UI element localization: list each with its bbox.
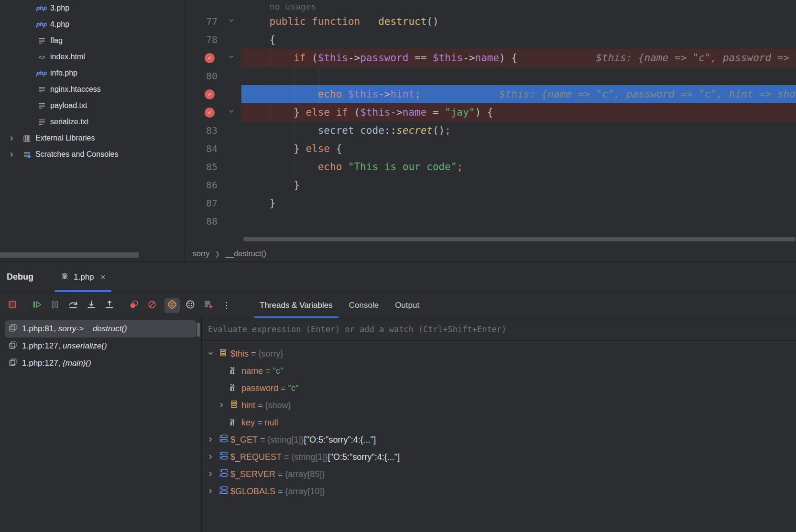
tree-item-serialize-txt[interactable]: serialize.txt (0, 114, 185, 130)
frames-scrollbar[interactable] (197, 323, 200, 337)
breakpoint-icon[interactable]: ✓ (205, 53, 215, 63)
breadcrumb-item-destruct[interactable]: __destruct() (225, 250, 266, 258)
editor-horizontal-scrollbar[interactable] (243, 237, 796, 241)
variable-get[interactable]: 12$_GET = {string[1]} ["O:5:"sorry":4:{.… (202, 431, 796, 448)
code-line[interactable]: ✓ if ($this->password == $this->name) { … (185, 49, 796, 67)
tree-item-external-libraries[interactable]: External Libraries (0, 130, 185, 146)
tree-item-index-html[interactable]: <>index.html (0, 49, 185, 65)
debug-content: 1.php:81, sorry->__destruct()1.php:127, … (0, 318, 796, 532)
chevron-right-icon[interactable] (207, 452, 214, 462)
breakpoint-icon[interactable]: ✓ (205, 108, 215, 118)
stack-frame-sorry-destruct[interactable]: 1.php:81, sorry->__destruct() (5, 320, 196, 337)
stop-icon (7, 299, 18, 312)
variable-globals[interactable]: 12$GLOBALS = {array[10]} (202, 483, 796, 500)
variable-request[interactable]: 12$_REQUEST = {string[1]} ["O:5:"sorry":… (202, 448, 796, 466)
stack-frame-unserialize[interactable]: 1.php:127, unserialize() (5, 337, 196, 355)
tree-item-payload-txt[interactable]: payload.txt (0, 98, 185, 114)
chevron-right-icon[interactable] (207, 469, 214, 479)
variable-name: $GLOBALS (230, 487, 275, 497)
line-number[interactable]: 77 (206, 16, 218, 27)
tree-item-4-php[interactable]: php4.php (0, 16, 185, 33)
more-kebab-icon[interactable]: ⋮ (221, 300, 232, 311)
bug-icon (60, 271, 69, 283)
breakpoint-icon[interactable]: ✓ (205, 89, 215, 99)
add-watch-button[interactable] (203, 300, 214, 311)
code-line-87[interactable]: 87 } (185, 194, 796, 212)
stop-button[interactable] (7, 300, 18, 311)
editor-gutter[interactable]: 83 (185, 121, 241, 140)
editor-gutter[interactable]: 84 (185, 140, 241, 158)
editor-gutter[interactable]: ✓ (185, 103, 241, 121)
code-line-77[interactable]: 77 public function __destruct() (185, 12, 796, 31)
editor-gutter[interactable]: ✓ (185, 85, 241, 103)
line-number[interactable]: 86 (206, 179, 218, 191)
code-line-88[interactable]: 88 (185, 212, 796, 230)
variable-password[interactable]: 1001password = "c" (202, 380, 796, 397)
step-out-button[interactable] (104, 300, 115, 311)
variable-server[interactable]: 12$_SERVER = {array[85]} (202, 466, 796, 483)
resume-button[interactable] (31, 300, 43, 311)
tab-threads-variables[interactable]: Threads & Variables (251, 293, 341, 318)
fold-chevron-icon[interactable] (218, 17, 235, 26)
tree-item-scratches-and-consoles[interactable]: Scratches and Consoles (0, 146, 185, 163)
line-number[interactable]: 80 (206, 70, 218, 82)
variable-name[interactable]: 1001name = "c" (202, 362, 796, 380)
line-number[interactable]: 78 (206, 34, 218, 45)
chevron-right-icon[interactable] (218, 401, 225, 411)
code-line[interactable]: ✓ } else if ($this->name = "jay") { (185, 103, 796, 121)
chevron-right-icon[interactable] (207, 487, 214, 497)
editor-gutter[interactable]: ✓ (185, 49, 241, 67)
variable-hint[interactable]: hint = {show} (202, 397, 796, 414)
chevron-down-icon[interactable] (207, 349, 214, 359)
code-line-84[interactable]: 84 } else { (185, 140, 796, 158)
project-horizontal-scrollbar[interactable] (0, 252, 139, 258)
line-number[interactable]: 87 (206, 197, 218, 209)
stack-frame-main[interactable]: 1.php:127, {main}() (5, 355, 196, 372)
code-line-80[interactable]: 80 (185, 67, 796, 85)
chevron-right-icon[interactable] (207, 435, 214, 445)
pause-button[interactable] (49, 300, 61, 311)
code-line-86[interactable]: 86 } (185, 176, 796, 194)
variable-key[interactable]: 1001key = null (202, 414, 796, 431)
editor-gutter[interactable]: 77 (185, 12, 241, 31)
line-number[interactable]: 84 (206, 143, 218, 154)
editor-gutter[interactable]: 85 (185, 158, 241, 176)
close-icon[interactable]: ✕ (100, 273, 106, 281)
code-line[interactable]: no usages (185, 0, 796, 12)
tab-output[interactable]: Output (387, 293, 427, 318)
step-over-button[interactable] (67, 300, 79, 311)
breadcrumb-item-sorry[interactable]: sorry (193, 250, 210, 258)
editor-gutter[interactable]: 87 (185, 194, 241, 212)
tab-console[interactable]: Console (341, 293, 387, 318)
editor-gutter[interactable]: 88 (185, 212, 241, 230)
line-number[interactable]: 88 (206, 216, 218, 227)
editor-gutter[interactable]: 78 (185, 31, 241, 49)
code-line-78[interactable]: 78 { (185, 31, 796, 49)
editor-gutter[interactable]: 80 (185, 67, 241, 85)
variable-this[interactable]: $this = {sorry} (202, 345, 796, 362)
line-number[interactable]: 85 (206, 161, 218, 173)
mute-breakpoints-button[interactable] (146, 300, 158, 311)
fold-chevron-icon[interactable] (218, 54, 235, 62)
step-into-button[interactable] (86, 300, 97, 311)
force-run-to-cursor-button[interactable]: C (164, 298, 180, 313)
tree-item-3-php[interactable]: php3.php (0, 0, 185, 16)
coverage-dots-button[interactable] (185, 300, 196, 311)
code-editor[interactable]: no usages77 public function __destruct()… (185, 0, 796, 261)
evaluate-expression-input[interactable]: Evaluate expression (Enter) or add a wat… (202, 318, 796, 341)
tree-item-nginx-htaccess[interactable]: nginx.htaccess (0, 81, 185, 98)
fold-chevron-icon[interactable] (218, 108, 235, 117)
view-breakpoints-button[interactable] (128, 300, 140, 311)
tree-item-info-php[interactable]: phpinfo.php (0, 65, 185, 81)
code-line[interactable]: ✓ echo $this->hint; $this: {name => "c",… (185, 85, 796, 103)
chevron-right-icon[interactable] (9, 152, 15, 158)
debug-session-tab[interactable]: 1.php ✕ (54, 262, 112, 292)
chevron-right-icon[interactable] (9, 135, 15, 141)
step-over-icon (67, 299, 79, 312)
code-line-85[interactable]: 85 echo "This is our code"; (185, 158, 796, 176)
code-line-83[interactable]: 83 secret_code::secret(); (185, 121, 796, 140)
tree-item-flag[interactable]: flag (0, 33, 185, 49)
editor-gutter[interactable] (185, 0, 241, 12)
line-number[interactable]: 83 (206, 125, 218, 136)
editor-gutter[interactable]: 86 (185, 176, 241, 194)
